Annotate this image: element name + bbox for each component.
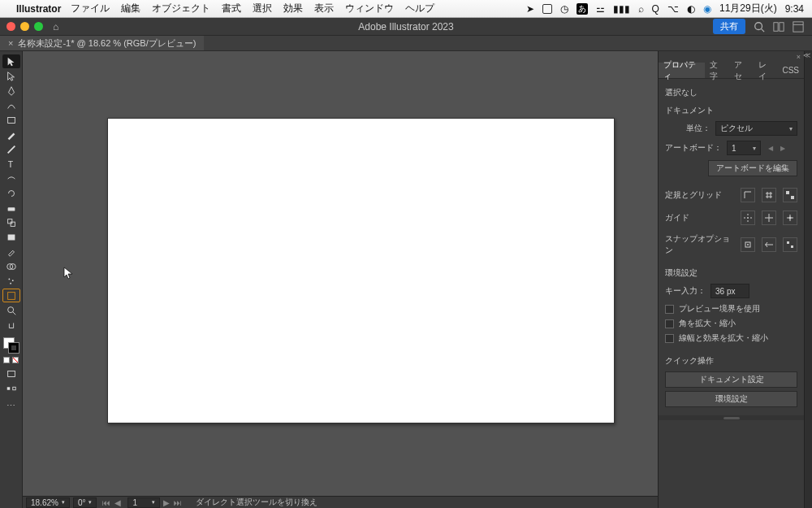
- close-window-button[interactable]: [6, 22, 15, 31]
- bluetooth-icon[interactable]: ⚍: [596, 3, 605, 15]
- type-tool[interactable]: T: [2, 157, 20, 171]
- transparency-grid-icon[interactable]: [783, 188, 797, 202]
- home-icon[interactable]: ⌂: [53, 21, 58, 33]
- checkbox-preview-bounds[interactable]: [665, 305, 674, 314]
- battery-icon[interactable]: ▮▮▮: [613, 3, 630, 15]
- edit-artboards-button[interactable]: アートボードを編集: [708, 160, 797, 176]
- tab-css[interactable]: CSS: [777, 63, 804, 78]
- control-toggle-icon[interactable]: ⌥: [667, 3, 679, 15]
- tab-assets[interactable]: アセ: [729, 63, 754, 78]
- menu-select[interactable]: 選択: [253, 2, 272, 15]
- artboard-tool[interactable]: [2, 289, 20, 302]
- unit-dropdown[interactable]: ピクセル▾: [715, 121, 797, 136]
- snap-point-icon[interactable]: [741, 237, 755, 252]
- first-artboard-button[interactable]: ⏮: [102, 498, 111, 507]
- control-center-icon[interactable]: ◐: [687, 3, 695, 15]
- direct-selection-tool[interactable]: [2, 69, 20, 83]
- document-tab[interactable]: × 名称未設定-1* @ 18.62 % (RGB/プレビュー): [0, 36, 204, 50]
- share-button[interactable]: 共有: [713, 19, 745, 34]
- siri-icon[interactable]: ◉: [703, 3, 711, 15]
- eraser-tool[interactable]: [2, 201, 20, 215]
- ruler-corner-icon[interactable]: [741, 188, 755, 202]
- tab-properties[interactable]: プロパティ: [659, 63, 705, 78]
- arrange-docs-icon[interactable]: [773, 21, 784, 33]
- default-colors-icon[interactable]: [3, 357, 10, 363]
- clock-icon[interactable]: ◷: [560, 3, 568, 15]
- menubar-date[interactable]: 11月29日(火): [719, 2, 777, 15]
- grid-icon[interactable]: [762, 188, 776, 202]
- scale-tool[interactable]: [2, 215, 20, 229]
- artboard[interactable]: [107, 118, 615, 423]
- guide-show-icon[interactable]: [741, 211, 755, 225]
- checkbox-scale-corners[interactable]: [665, 319, 674, 328]
- line-tool[interactable]: [2, 172, 20, 185]
- smart-guide-icon[interactable]: [783, 211, 797, 225]
- snap-pixel-icon[interactable]: [783, 237, 797, 252]
- hand-tool[interactable]: [2, 318, 20, 332]
- shape-builder-tool[interactable]: [2, 259, 20, 273]
- next-artboard-icon[interactable]: ▶: [778, 141, 788, 154]
- menu-effect[interactable]: 効果: [283, 2, 303, 15]
- menu-view[interactable]: 表示: [314, 2, 334, 15]
- checkbox-label: プレビュー境界を使用: [679, 303, 760, 315]
- stroke-color-icon[interactable]: [8, 342, 19, 354]
- status-box-icon[interactable]: [542, 4, 552, 14]
- menu-object[interactable]: オブジェクト: [152, 2, 210, 15]
- gradient-tool[interactable]: [2, 230, 20, 244]
- keyinput-field[interactable]: 36 px: [710, 284, 749, 298]
- selection-tool[interactable]: [2, 54, 20, 68]
- artboard-nav-dropdown[interactable]: 1▾: [127, 497, 160, 508]
- rectangle-tool[interactable]: [2, 113, 20, 127]
- snap-grid-icon[interactable]: [762, 237, 776, 252]
- pencil-tool[interactable]: [2, 142, 20, 156]
- zoom-tool[interactable]: [2, 303, 20, 317]
- paintbrush-tool[interactable]: [2, 128, 20, 141]
- curvature-tool[interactable]: [2, 98, 20, 112]
- panel-resize-handle[interactable]: [659, 415, 804, 420]
- preferences-button[interactable]: 環境設定: [665, 391, 797, 407]
- rotate-dropdown[interactable]: 0°▾: [73, 497, 97, 508]
- fill-stroke-control[interactable]: [3, 337, 19, 354]
- panel-close-icon[interactable]: ×: [797, 53, 801, 61]
- checkbox-scale-strokes[interactable]: [665, 334, 674, 343]
- edit-toolbar-icon[interactable]: ⋯: [2, 399, 20, 413]
- location-icon[interactable]: ➤: [526, 3, 534, 15]
- tab-character[interactable]: 文字: [705, 63, 729, 78]
- search-doc-icon[interactable]: [754, 21, 765, 33]
- zoom-dropdown[interactable]: 18.62%▾: [26, 497, 70, 508]
- dock-expand-icon[interactable]: ≪: [803, 51, 810, 59]
- none-color-icon[interactable]: [12, 357, 19, 363]
- status-hint: ダイレクト選択ツールを切り換え: [196, 497, 317, 508]
- ruler-grid-label: 定規とグリッド: [665, 189, 722, 201]
- guide-lock-icon[interactable]: [762, 211, 776, 225]
- menu-window[interactable]: ウィンドウ: [345, 2, 394, 15]
- prev-artboard-icon[interactable]: ◀: [766, 141, 775, 154]
- app-name[interactable]: Illustrator: [16, 3, 61, 15]
- right-dock[interactable]: ≪: [804, 51, 812, 508]
- symbol-sprayer-tool[interactable]: [2, 274, 20, 288]
- wifi-icon[interactable]: ⌕: [638, 3, 644, 15]
- document-setup-button[interactable]: ドキュメント設定: [665, 371, 797, 388]
- draw-mode-tool[interactable]: [2, 381, 20, 395]
- tab-layers[interactable]: レイ: [754, 63, 778, 78]
- prev-artboard-button[interactable]: ◀: [113, 498, 123, 507]
- menu-help[interactable]: ヘルプ: [405, 2, 434, 15]
- zoom-window-button[interactable]: [34, 22, 43, 31]
- canvas[interactable]: 18.62%▾ 0°▾ ⏮ ◀ 1▾ ▶ ⏭ ダイレクト選択ツールを切り換え: [23, 51, 658, 508]
- close-tab-icon[interactable]: ×: [8, 38, 13, 48]
- menu-edit[interactable]: 編集: [121, 2, 140, 15]
- rotate-tool[interactable]: [2, 186, 20, 200]
- menu-type[interactable]: 書式: [222, 2, 241, 15]
- eyedropper-tool[interactable]: [2, 245, 20, 258]
- minimize-window-button[interactable]: [20, 22, 29, 31]
- search-icon[interactable]: Q: [652, 3, 659, 15]
- menubar-time[interactable]: 9:34: [785, 3, 804, 15]
- artboard-dropdown[interactable]: 1▾: [727, 141, 761, 155]
- menu-file[interactable]: ファイル: [71, 2, 110, 15]
- screen-mode-tool[interactable]: [2, 367, 20, 380]
- workspace-switcher-icon[interactable]: [793, 21, 804, 33]
- ime-icon[interactable]: あ: [577, 3, 588, 15]
- pen-tool[interactable]: [2, 84, 20, 98]
- last-artboard-button[interactable]: ⏭: [173, 498, 183, 507]
- next-artboard-button[interactable]: ▶: [162, 498, 171, 507]
